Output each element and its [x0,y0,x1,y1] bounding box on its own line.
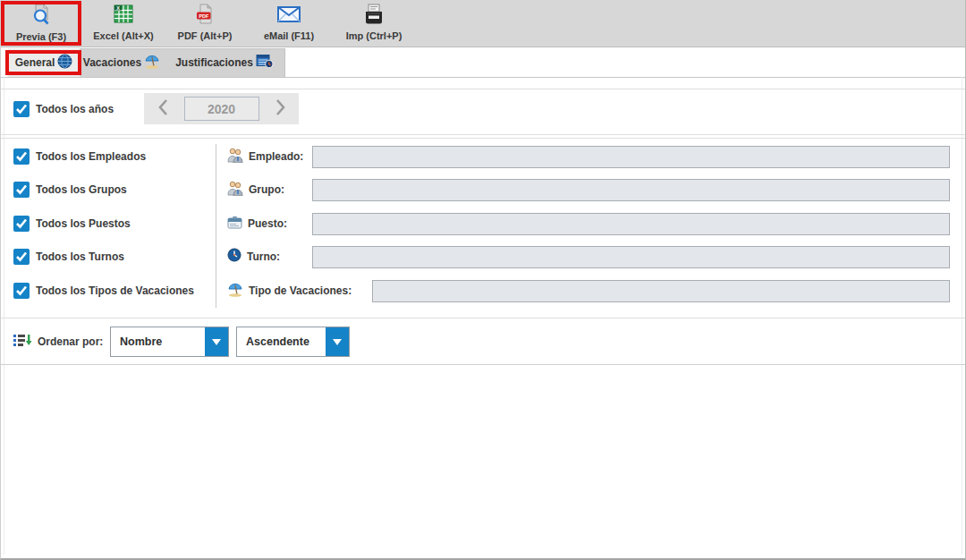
employee-input[interactable] [312,146,950,168]
all-shifts-label: Todos los Turnos [36,250,124,263]
tab-vacaciones-label: Vacaciones [83,56,141,69]
vacation-type-input[interactable] [372,280,950,302]
employees-icon [227,148,243,166]
tab-justificaciones-label: Justificaciones [175,56,253,69]
vertical-divider [216,144,216,308]
group-field-label: Grupo: [227,181,284,199]
all-groups-checkbox[interactable] [13,182,30,198]
email-icon [276,4,301,29]
year-next-button[interactable] [272,99,288,119]
print-button-label: Imp (Ctrl+P) [346,30,402,41]
separator [1,77,965,78]
sort-field-dropdown[interactable]: Nombre [110,327,229,357]
all-employees-row: Todos los Empleados [13,148,146,165]
sort-icon [13,333,32,352]
pdf-button[interactable]: PDF PDF (Alt+P) [165,2,244,45]
excel-button-label: Excel (Alt+X) [93,30,154,41]
print-button[interactable]: Imp (Ctrl+P) [335,2,413,45]
all-years-row: Todos los años [13,101,114,117]
tab-justificaciones[interactable]: Justificaciones [164,48,285,77]
sort-by-label: Ordenar por: [38,335,103,348]
all-positions-label: Todos los Puestos [36,217,131,230]
separator [1,89,965,89]
all-groups-label: Todos los Grupos [36,183,127,196]
pdf-icon: PDF [193,4,216,30]
shift-field-label: Turno: [227,248,280,266]
sort-direction-value: Ascendente [237,327,326,356]
vacation-type-field-label: Tipo de Vacaciones: [227,282,352,300]
sort-by-label-row: Ordenar por: [13,333,103,351]
toolbar: Previa (F3) X Excel (Alt+X) [1,0,965,47]
all-years-checkbox[interactable] [13,101,30,117]
all-employees-label: Todos los Empleados [36,150,146,163]
chevron-down-icon [205,327,228,356]
beach-umbrella-icon [227,282,243,301]
previa-button-label: Previa (F3) [16,31,66,42]
all-shifts-row: Todos los Turnos [13,249,124,265]
year-prev-button[interactable] [155,99,171,119]
excel-icon: X [112,4,135,30]
group-input[interactable] [312,179,950,201]
email-button-label: eMail (F11) [264,30,314,41]
globe-icon [57,54,72,72]
group-icon [227,181,243,199]
all-vacation-types-label: Todos los Tipos de Vacaciones [36,284,194,297]
all-vacation-types-row: Todos los Tipos de Vacaciones [13,283,194,299]
vacation-type-label-text: Tipo de Vacaciones: [249,284,352,297]
all-positions-checkbox[interactable] [13,216,30,232]
all-groups-row: Todos los Grupos [13,182,127,198]
report-filter-window: Previa (F3) X Excel (Alt+X) [0,0,966,560]
sort-field-value: Nombre [111,327,205,356]
all-years-label: Todos los años [36,103,114,115]
chevron-right-icon [275,98,286,120]
printer-icon [362,4,386,30]
badge-icon [227,216,242,233]
position-label-text: Puesto: [248,217,287,230]
pdf-button-label: PDF (Alt+P) [178,30,233,41]
previa-button[interactable]: Previa (F3) [2,2,80,45]
preview-icon [30,4,53,31]
employee-field-label: Empleado: [227,148,303,165]
shift-input[interactable] [312,246,950,268]
all-employees-checkbox[interactable] [13,148,30,165]
sort-direction-dropdown[interactable]: Ascendente [236,327,350,357]
calendar-clock-icon [256,54,274,72]
separator [1,134,965,135]
all-positions-row: Todos los Puestos [13,216,131,232]
clock-icon [227,248,242,266]
position-field-label: Puesto: [227,215,287,233]
separator [1,364,965,365]
tab-general-label: General [15,56,55,69]
email-button[interactable]: eMail (F11) [250,2,328,45]
tab-vacaciones[interactable]: Vacaciones [80,48,164,77]
separator [1,318,965,318]
year-navigator [144,93,299,124]
employee-label-text: Empleado: [249,150,303,163]
excel-button[interactable]: X Excel (Alt+X) [84,2,163,45]
separator [1,138,965,139]
year-input[interactable] [184,97,259,121]
chevron-left-icon [157,98,169,120]
beach-umbrella-icon [144,54,160,72]
chevron-down-icon [326,327,349,356]
tab-general[interactable]: General [8,48,80,77]
position-input[interactable] [312,213,950,235]
all-vacation-types-checkbox[interactable] [13,283,30,299]
shift-label-text: Turno: [247,250,280,263]
group-label-text: Grupo: [249,183,284,196]
all-shifts-checkbox[interactable] [13,249,30,265]
svg-text:PDF: PDF [199,13,209,19]
svg-text:X: X [116,5,120,11]
